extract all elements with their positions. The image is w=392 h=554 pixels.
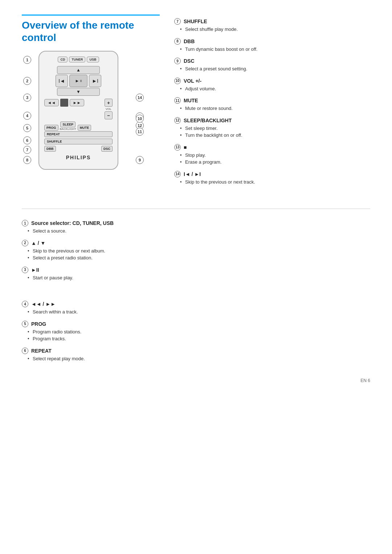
desc-header-7: 7SHUFFLE [174, 18, 370, 25]
usb-button[interactable]: USB [87, 57, 99, 62]
sleep-button[interactable]: SLEEP [60, 122, 75, 127]
desc-item-bottom-1: 1Source selector: CD, TUNER, USBSelect a… [22, 220, 174, 235]
badge-3: 3 [23, 94, 31, 102]
source-row: CD TUNER USB [44, 57, 113, 62]
desc-bullet-item: Stop play. [185, 152, 370, 159]
desc-bullet-item-bottom: Skip to the previous or next album. [33, 247, 174, 255]
badge-bottom-6: 6 [22, 348, 28, 354]
badge-7: 7 [23, 146, 31, 154]
badge-10: 10 [136, 115, 144, 123]
desc-header-bottom-2: 2▲ / ▼ [22, 240, 174, 246]
cd-button[interactable]: CD [58, 57, 68, 62]
desc-item-bottom-4: 4◄◄ / ►►Search within a track. [22, 301, 174, 316]
desc-bullets-bottom-3: Start or pause play. [22, 274, 174, 282]
desc-item-12: 12SLEEP/BACKLIGHTSet sleep timer.Turn th… [174, 117, 370, 139]
vol-plus-button[interactable]: + [105, 99, 113, 107]
desc-title-bottom-2: ▲ / ▼ [31, 240, 45, 246]
right-descriptions: 7SHUFFLESelect shuffle play mode.8DBBTur… [174, 15, 370, 190]
badge-8: 8 [23, 156, 31, 164]
bottom-col-2: 4◄◄ / ►►Search within a track.5PROGProgr… [22, 301, 174, 367]
desc-bullet-item: Mute or restore sound. [185, 105, 370, 112]
desc-header-11: 11MUTE [174, 97, 370, 104]
prog-button[interactable]: PROG [44, 125, 58, 131]
badge-2: 2 [23, 77, 31, 85]
desc-bullet-item: Set sleep timer. [185, 125, 370, 132]
top-section: Overview of the remote control CD TUNER … [22, 15, 370, 190]
play-pause-button[interactable]: ►II [69, 75, 87, 87]
badge-right-13: 13 [174, 144, 181, 151]
desc-title-bottom-5: PROG [31, 321, 46, 327]
vol-minus-button[interactable]: − [105, 111, 113, 119]
desc-bullet-item-bottom: Program tracks. [33, 335, 174, 342]
desc-item-13: 13■Stop play.Erase a program. [174, 144, 370, 166]
next-track-button[interactable]: ►I [89, 75, 101, 87]
desc-item-9: 9DSCSelect a preset sound setting. [174, 58, 370, 73]
desc-bullet-item: Turn the backlight on or off. [185, 132, 370, 139]
desc-header-9: 9DSC [174, 58, 370, 64]
nav-down-button[interactable]: ▼ [57, 88, 100, 96]
desc-bullets-bottom-2: Skip to the previous or next album.Selec… [22, 247, 174, 262]
badge-bottom-1: 1 [22, 220, 28, 226]
desc-item-bottom-3: 3►IIStart or pause play. [22, 267, 174, 282]
desc-bullet-item-bottom: Program radio stations. [33, 328, 174, 336]
desc-bullet-item: Adjust volume. [185, 85, 370, 93]
desc-bullets-12: Set sleep timer.Turn the backlight on or… [174, 125, 370, 139]
badge-bottom-4: 4 [22, 301, 28, 307]
badge-11: 11 [136, 128, 144, 136]
right-desc-list: 7SHUFFLESelect shuffle play mode.8DBBTur… [174, 18, 370, 185]
desc-title-13: ■ [184, 144, 187, 150]
page-title: Overview of the remote control [22, 15, 160, 44]
desc-item-14: 14I◄ / ►ISkip to the previous or next tr… [174, 171, 370, 186]
bottom-desc-list: 1Source selector: CD, TUNER, USBSelect a… [22, 220, 191, 367]
desc-bullet-item: Skip to the previous or next track. [185, 178, 370, 186]
brand-label: PHILIPS [44, 155, 113, 160]
desc-bullets-9: Select a preset sound setting. [174, 65, 370, 73]
dsc-button[interactable]: DSC [101, 146, 113, 152]
desc-bullet-item-bottom: Select repeat play mode. [33, 355, 174, 362]
desc-bullet-item-bottom: Select a preset radio station. [33, 254, 174, 262]
desc-header-12: 12SLEEP/BACKLIGHT [174, 117, 370, 124]
shuffle-button[interactable]: SHUFFLE [44, 139, 113, 144]
desc-header-14: 14I◄ / ►I [174, 171, 370, 177]
stop-button[interactable] [60, 99, 68, 107]
desc-title-9: DSC [184, 58, 195, 64]
rewind-button[interactable]: ◄◄ [44, 99, 59, 106]
mute-button[interactable]: MUTE [78, 125, 91, 131]
desc-bullet-item-bottom: Select a source. [33, 227, 174, 235]
bottom-col-1: 1Source selector: CD, TUNER, USBSelect a… [22, 220, 174, 286]
footer-text: EN 6 [360, 378, 370, 383]
desc-title-bottom-4: ◄◄ / ►► [31, 301, 56, 307]
desc-header-bottom-3: 3►II [22, 267, 174, 273]
badge-1: 1 [23, 56, 31, 64]
desc-bullet-item: Select shuffle play mode. [185, 26, 370, 33]
desc-title-7: SHUFFLE [184, 19, 207, 24]
remote-illustration: CD TUNER USB ▲ I◄ ►II [22, 51, 145, 170]
vol-label: VOL [106, 107, 111, 111]
tuner-button[interactable]: TUNER [69, 57, 85, 62]
badge-5: 5 [23, 124, 31, 132]
desc-title-10: VOL +/- [184, 78, 201, 84]
badge-right-11: 11 [174, 97, 181, 104]
dbb-button[interactable]: DBB [44, 146, 56, 152]
prev-track-button[interactable]: I◄ [56, 75, 68, 87]
desc-header-13: 13■ [174, 144, 370, 151]
nav-up-button[interactable]: ▲ [57, 66, 100, 74]
desc-title-bottom-1: Source selector: CD, TUNER, USB [31, 220, 114, 226]
desc-bullets-10: Adjust volume. [174, 85, 370, 93]
desc-title-14: I◄ / ►I [184, 171, 201, 177]
fastforward-button[interactable]: ►► [70, 99, 84, 106]
desc-bullet-item-bottom: Search within a track. [33, 308, 174, 316]
repeat-button[interactable]: REPEAT [44, 131, 113, 137]
desc-item-bottom-6: 6REPEATSelect repeat play mode. [22, 348, 174, 362]
desc-bullet-item-bottom: Start or pause play. [33, 274, 174, 282]
badge-right-7: 7 [174, 18, 181, 25]
desc-title-12: SLEEP/BACKLIGHT [184, 118, 232, 123]
badge-bottom-3: 3 [22, 267, 28, 273]
desc-bullets-bottom-6: Select repeat play mode. [22, 355, 174, 362]
badge-right-9: 9 [174, 58, 181, 64]
desc-item-11: 11MUTEMute or restore sound. [174, 97, 370, 112]
desc-bullet-item: Erase a program. [185, 159, 370, 166]
desc-header-8: 8DBB [174, 38, 370, 45]
badge-9: 9 [136, 156, 144, 164]
badge-right-14: 14 [174, 171, 181, 177]
